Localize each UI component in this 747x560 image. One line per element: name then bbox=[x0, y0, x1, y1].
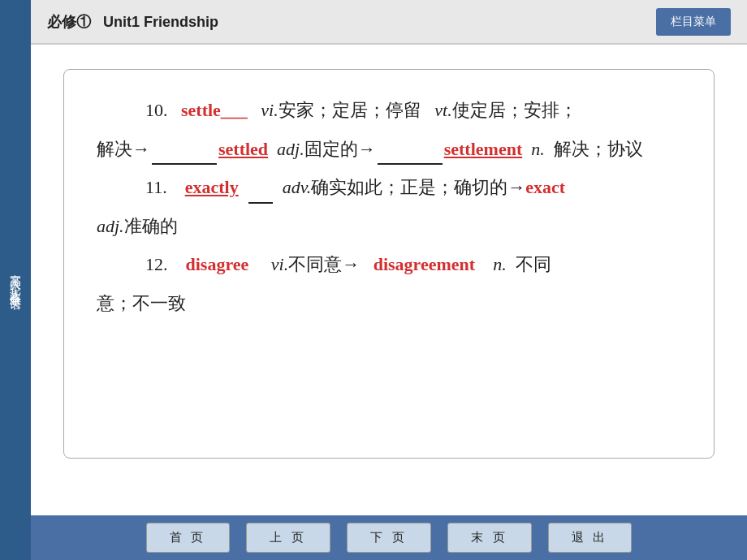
item12-line2-text: 意；不一致 bbox=[97, 293, 186, 313]
item12-n-meaning: 不同 bbox=[516, 254, 551, 274]
item11-number: 11. bbox=[145, 177, 167, 197]
item10-adj1-meaning: 固定的→ bbox=[304, 139, 376, 159]
btn-next[interactable]: 下 页 bbox=[347, 523, 431, 553]
item12-disagreement: disagreement bbox=[374, 254, 475, 274]
item10-word: settle___ bbox=[181, 100, 248, 120]
item10-line1: 10. settle___ vi.安家；定居；停留 vt.使定居；安排； bbox=[97, 94, 681, 127]
item11-line2: adj.准确的 bbox=[97, 210, 681, 243]
item12-n-pos: n. bbox=[493, 254, 507, 274]
item10-adj1-pos: adj. bbox=[277, 139, 304, 159]
title-prefix: 必修① bbox=[47, 14, 91, 30]
item10-line2-start: 解决→ bbox=[97, 139, 150, 159]
item11-exact: exact bbox=[525, 177, 565, 197]
item12-word: disagree bbox=[186, 254, 249, 274]
item11-adj-pos: adj. bbox=[97, 216, 124, 236]
btn-exit[interactable]: 退 出 bbox=[548, 523, 633, 553]
item12-line2: 意；不一致 bbox=[97, 287, 681, 320]
sidebar-text: 高三大一轮（人教版英语） bbox=[7, 265, 24, 295]
item10-n-meaning: 解决；协议 bbox=[554, 139, 643, 159]
btn-first[interactable]: 首 页 bbox=[146, 523, 231, 553]
footer: 首 页 上 页 下 页 末 页 退 出 bbox=[31, 515, 747, 560]
item11-adv-pos: adv. bbox=[283, 177, 312, 197]
item11-line1: 11. exactly adv.确实如此；正是；确切的→exact bbox=[97, 171, 681, 204]
item11-blank bbox=[248, 202, 273, 204]
item11-adv-meaning: 确实如此；正是；确切的→ bbox=[311, 177, 525, 197]
item10-number: 10. bbox=[145, 100, 168, 120]
btn-last[interactable]: 末 页 bbox=[447, 523, 532, 553]
header: 必修① Unit1 Friendship 栏目菜单 bbox=[31, 0, 747, 45]
item10-settlement: settlement bbox=[444, 139, 523, 159]
item11-word: exactly bbox=[185, 177, 239, 197]
title-main: Unit1 Friendship bbox=[103, 14, 218, 30]
item10-blank1 bbox=[152, 163, 217, 165]
item10-settled: settled bbox=[218, 139, 268, 159]
item10-pos1: vi. bbox=[261, 100, 278, 120]
item10-blank2 bbox=[378, 163, 443, 165]
item10-line2: 解决→settled adj.固定的→settlement n. 解决；协议 bbox=[97, 133, 681, 166]
item12-number: 12. bbox=[145, 254, 168, 274]
main-content: 10. settle___ vi.安家；定居；停留 vt.使定居；安排； 解决→… bbox=[31, 45, 747, 515]
header-title: 必修① Unit1 Friendship bbox=[47, 12, 218, 32]
item11-adj-meaning: 准确的 bbox=[124, 216, 178, 236]
item12-vi-meaning: 不同意→ bbox=[288, 254, 360, 274]
sidebar: 高三大一轮（人教版英语） bbox=[0, 0, 31, 560]
btn-prev[interactable]: 上 页 bbox=[246, 523, 330, 553]
item10-meaning1: 安家；定居；停留 bbox=[279, 100, 421, 120]
item10-meaning2: 使定居；安排； bbox=[452, 100, 577, 120]
item10-pos2: vt. bbox=[434, 100, 451, 120]
item12-vi-pos: vi. bbox=[271, 254, 288, 274]
item10-n-pos: n. bbox=[531, 139, 545, 159]
item12-line1: 12. disagree vi.不同意→ disagreement n. 不同 bbox=[97, 248, 681, 281]
content-box: 10. settle___ vi.安家；定居；停留 vt.使定居；安排； 解决→… bbox=[63, 69, 715, 459]
menu-button[interactable]: 栏目菜单 bbox=[656, 8, 731, 36]
